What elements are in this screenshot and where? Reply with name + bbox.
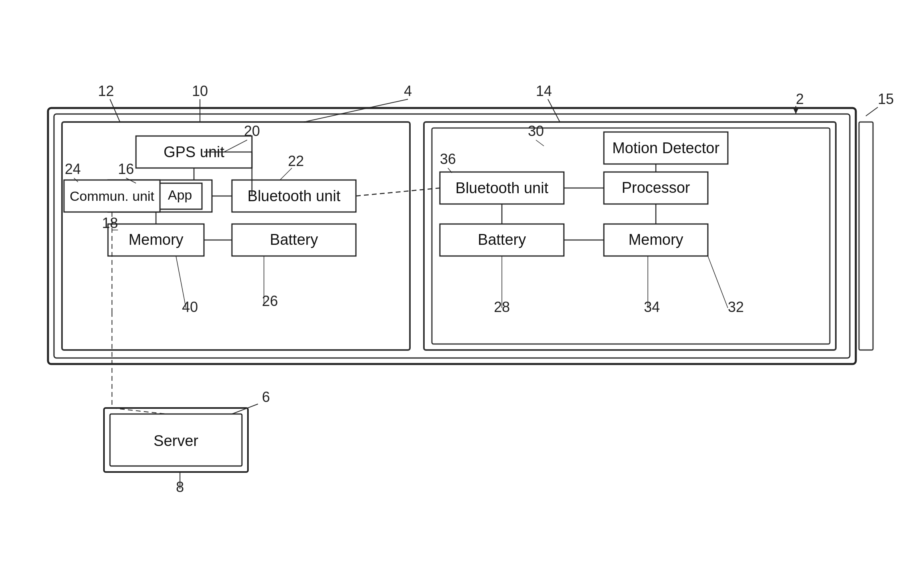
app-label: App [168, 187, 192, 202]
label-18: 18 [102, 215, 118, 231]
label-6: 6 [262, 389, 270, 405]
label-32: 32 [728, 299, 744, 315]
label-12: 12 [98, 83, 114, 99]
battery-left-label: Battery [270, 231, 318, 248]
label-22: 22 [288, 153, 304, 169]
label-30: 30 [528, 123, 544, 139]
label-2: 2 [796, 91, 804, 107]
label-26: 26 [262, 293, 278, 309]
battery-right-label: Battery [478, 231, 526, 248]
memory-right-label: Memory [628, 231, 683, 248]
label-36: 36 [440, 151, 456, 167]
bluetooth-right-label: Bluetooth unit [456, 180, 549, 196]
processor-right-label: Processor [621, 179, 690, 196]
label-10: 10 [192, 83, 208, 99]
label-34: 34 [644, 299, 660, 315]
diagram-container: GPS unit Processor App Memory Commun. un… [0, 0, 913, 588]
label-14: 14 [536, 83, 552, 99]
motion-detector-label: Motion Detector [612, 140, 720, 156]
label-16: 16 [118, 161, 134, 177]
bluetooth-left-label: Bluetooth unit [248, 188, 341, 204]
label-20: 20 [244, 123, 260, 139]
commun-unit-label: Commun. unit [70, 188, 154, 204]
svg-rect-5 [859, 122, 873, 350]
label-4: 4 [404, 83, 412, 99]
svg-line-45 [866, 107, 878, 116]
server-label: Server [154, 432, 198, 449]
label-24: 24 [65, 161, 81, 177]
label-15: 15 [878, 91, 894, 107]
memory-left-label: Memory [128, 231, 183, 248]
